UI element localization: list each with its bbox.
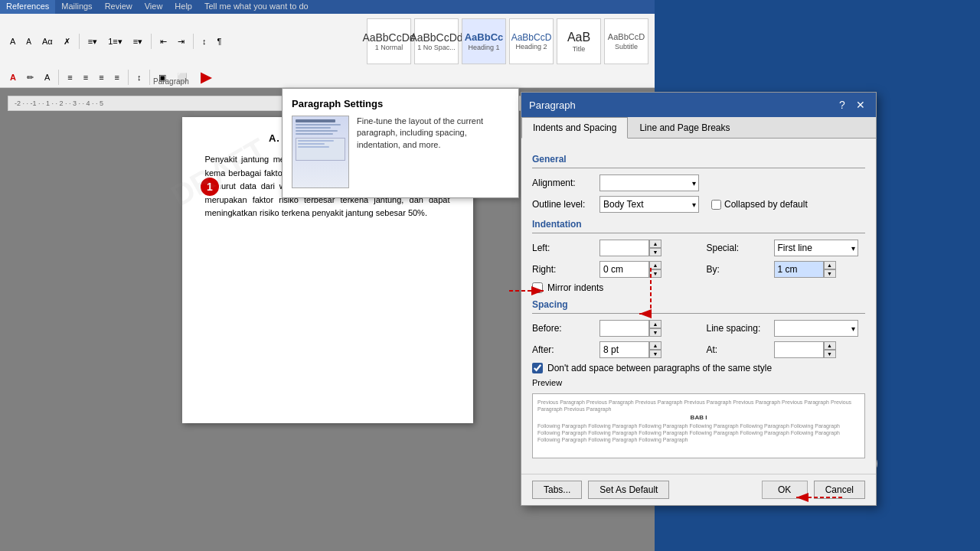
font-size-a-large[interactable]: A (6, 34, 19, 48)
collapsed-checkbox[interactable] (711, 200, 721, 210)
tab-indents-spacing[interactable]: Indents and Spacing (521, 117, 628, 139)
outline-select-wrapper[interactable]: Body Text (599, 196, 699, 213)
tooltip-image (292, 116, 349, 188)
outline-level-select[interactable]: Body Text (599, 196, 699, 213)
indentation-section: Left: ▲ ▼ Right: ▲ (532, 240, 865, 282)
dont-add-space-row: Don't add space between paragraphs of th… (532, 363, 865, 373)
at-spin: ▲ ▼ (774, 341, 836, 358)
line-spacing-label: Line spacing: (707, 323, 768, 334)
decrease-indent-btn[interactable]: ⇤ (156, 34, 171, 49)
align-justify-btn[interactable]: ≡ (111, 70, 123, 84)
tab-line-breaks[interactable]: Line and Page Breaks (628, 117, 741, 139)
help-tab[interactable]: Help (168, 0, 198, 14)
alignment-row: Alignment: (532, 174, 865, 191)
highlight-btn[interactable]: ✏ (23, 70, 38, 85)
style-normal-preview: AaBbCcDd (362, 31, 415, 44)
right-indent-up[interactable]: ▲ (649, 261, 662, 269)
style-title-preview: AaB (567, 30, 590, 44)
spacing-section-header: Spacing (532, 299, 865, 310)
sort-btn[interactable]: ↕ (198, 34, 211, 48)
before-input[interactable] (599, 320, 649, 337)
left-indent-label: Left: (532, 243, 593, 253)
by-down[interactable]: ▼ (824, 269, 836, 278)
alignment-select-wrapper[interactable] (599, 174, 699, 191)
preview-follow-text: Following Paragraph Following Paragraph … (537, 422, 860, 443)
at-input[interactable] (774, 341, 824, 358)
style-heading2[interactable]: AaBbCcD Heading 2 (509, 18, 554, 64)
style-heading1[interactable]: AaBbCc Heading 1 (462, 18, 506, 64)
right-indent-label: Right: (532, 264, 593, 275)
special-select[interactable]: First line (774, 240, 858, 256)
before-down[interactable]: ▼ (649, 328, 662, 337)
special-select-wrapper[interactable]: First line (774, 240, 858, 256)
after-label: After: (532, 344, 593, 355)
references-tab[interactable]: References (0, 0, 55, 14)
line-spacing-select[interactable] (774, 320, 858, 337)
right-indent-down[interactable]: ▼ (649, 269, 662, 278)
spacing-right-col: Line spacing: At: ▲ ▼ (707, 320, 866, 363)
dialog-controls: ? ✕ (835, 97, 868, 112)
tl-box (296, 138, 345, 161)
mailings-tab[interactable]: Mailings (55, 0, 98, 14)
bullets-btn[interactable]: ≡▾ (84, 34, 101, 49)
font-size-a-small[interactable]: A (22, 35, 35, 48)
line-spacing-row: Line spacing: (707, 320, 866, 337)
line-spacing-select-wrapper[interactable] (774, 320, 858, 337)
style-title-label: Title (573, 45, 586, 53)
left-indent-up[interactable]: ▲ (649, 240, 662, 248)
view-tab[interactable]: View (139, 0, 169, 14)
set-default-button[interactable]: Set As Default (588, 481, 669, 499)
review-tab[interactable]: Review (99, 0, 139, 14)
style-subtitle[interactable]: AaBbCcD Subtitle (604, 18, 648, 64)
after-down[interactable]: ▼ (649, 350, 662, 358)
mirror-indents-checkbox[interactable] (532, 282, 543, 293)
show-para-btn[interactable]: ¶ (214, 34, 226, 48)
increase-indent-btn[interactable]: ⇥ (174, 34, 188, 49)
tellme-box[interactable]: Tell me what you want to do (198, 0, 315, 14)
tlb1 (298, 140, 334, 142)
dont-add-space-checkbox[interactable] (532, 363, 543, 373)
left-indent-input[interactable] (599, 240, 649, 256)
tabs-button[interactable]: Tabs... (532, 481, 582, 499)
spacing-divider (532, 313, 865, 314)
tl2 (296, 124, 341, 126)
style-no-space[interactable]: AaBbCcDd 1 No Spac... (414, 18, 459, 64)
font-color-a[interactable]: A (6, 70, 20, 84)
before-up[interactable]: ▲ (649, 320, 662, 328)
right-indent-input[interactable] (599, 261, 649, 278)
style-h1-preview: AaBbCc (465, 31, 504, 44)
ribbon-toolbar: A A Aα ✗ ≡▾ 1≡▾ ≡▾ ⇤ ⇥ ↕ ¶ AaBbCcDd 1 No… (0, 14, 655, 88)
dialog-close-btn[interactable]: ✕ (853, 97, 868, 112)
font-color-btn[interactable]: A (41, 70, 54, 84)
footer-left: Tabs... Set As Default (532, 481, 669, 499)
multilevel-btn[interactable]: ≡▾ (129, 34, 146, 49)
tl5 (296, 133, 333, 135)
line-spacing-btn[interactable]: ↕ (133, 70, 145, 84)
at-label: At: (707, 344, 768, 355)
tl1 (296, 119, 335, 122)
at-down[interactable]: ▼ (824, 350, 836, 358)
paragraph-expand-arrow[interactable]: ▶ (201, 69, 211, 86)
by-input[interactable] (774, 261, 824, 278)
ok-button[interactable]: OK (762, 481, 808, 499)
dialog-title: Paragraph (529, 99, 576, 111)
at-up[interactable]: ▲ (824, 341, 836, 350)
alignment-select[interactable] (599, 174, 699, 191)
numbering-btn[interactable]: 1≡▾ (104, 34, 126, 49)
align-right-btn[interactable]: ≡ (95, 70, 107, 84)
by-up[interactable]: ▲ (824, 261, 836, 269)
dialog-help-btn[interactable]: ? (835, 97, 850, 112)
after-up[interactable]: ▲ (649, 341, 662, 350)
style-title[interactable]: AaB Title (557, 18, 601, 64)
font-format-btn[interactable]: Aα (38, 34, 57, 48)
align-center-btn[interactable]: ≡ (80, 70, 92, 84)
cancel-button[interactable]: Cancel (814, 481, 865, 499)
before-label: Before: (532, 323, 593, 334)
left-indent-down[interactable]: ▼ (649, 248, 662, 256)
align-left-btn[interactable]: ≡ (64, 70, 76, 84)
after-input[interactable] (599, 341, 649, 358)
by-row: By: ▲ ▼ (707, 261, 866, 278)
style-normal[interactable]: AaBbCcDd 1 Normal (367, 18, 411, 64)
tooltip-img-lines (292, 116, 348, 164)
clear-format-btn[interactable]: ✗ (60, 34, 74, 49)
